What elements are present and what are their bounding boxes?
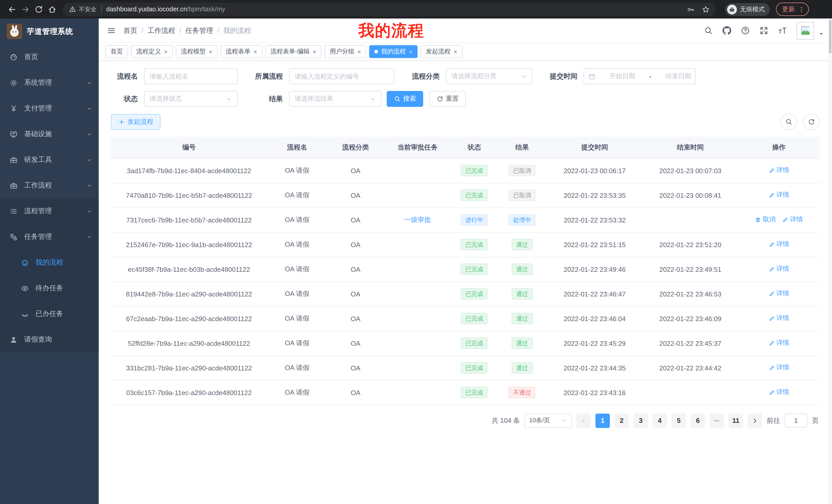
page-size-select[interactable]: 10条/页 — [524, 413, 572, 428]
date-separator: - — [649, 73, 651, 80]
breadcrumb-workflow[interactable]: 工作流程 — [148, 26, 175, 35]
browser-home-button[interactable] — [45, 3, 59, 16]
page-scrollbar[interactable] — [828, 19, 832, 504]
page-button-3[interactable]: 3 — [633, 413, 648, 428]
process-name-input[interactable] — [144, 68, 238, 84]
sidebar-item-system[interactable]: 系统管理 — [0, 70, 99, 95]
create-process-button[interactable]: 发起流程 — [111, 114, 160, 130]
sidebar-item-payment[interactable]: 支付管理 — [0, 95, 99, 121]
result-badge: 通过 — [511, 313, 532, 324]
browser-forward-button[interactable] — [19, 3, 32, 16]
sidebar-item-task-mgmt[interactable]: 任务管理 — [0, 224, 99, 250]
page-button-1[interactable]: 1 — [595, 413, 610, 428]
tab-流程表单[interactable]: 流程表单× — [220, 45, 262, 58]
avatar[interactable] — [797, 22, 814, 39]
sidebar-item-devtools[interactable]: 研发工具 — [0, 147, 99, 173]
cell-name: OA 请假 — [267, 158, 327, 183]
caret-down-icon[interactable] — [818, 31, 824, 36]
page-button-6[interactable]: 6 — [691, 413, 705, 428]
process-category-select[interactable]: 请选择流程分类 — [446, 68, 532, 84]
tab-发起流程[interactable]: 发起流程× — [421, 45, 462, 58]
close-icon[interactable]: × — [209, 49, 212, 55]
cancel-link[interactable]: 取消 — [755, 216, 775, 224]
status-select[interactable]: 请选择状态 — [144, 91, 238, 107]
detail-link[interactable]: 详情 — [782, 216, 803, 224]
status-badge: 已完成 — [461, 387, 488, 398]
current-task-link[interactable]: 一级审批 — [404, 216, 431, 223]
sidebar-item-leave-query[interactable]: 请假查询 — [0, 327, 99, 353]
breadcrumb-separator: / — [141, 27, 144, 34]
sidebar-item-done-task[interactable]: 已办任务 — [0, 301, 99, 327]
refresh-table-button[interactable] — [803, 114, 820, 130]
sidebar-item-workflow[interactable]: 工作流程 — [0, 173, 99, 198]
tab-流程定义[interactable]: 流程定义× — [131, 45, 173, 58]
detail-link[interactable]: 详情 — [769, 265, 789, 274]
detail-link[interactable]: 详情 — [769, 339, 789, 347]
password-key-icon[interactable] — [687, 5, 695, 13]
process-definition-input[interactable] — [289, 68, 394, 84]
page-button-5[interactable]: 5 — [672, 413, 686, 428]
tab-label: 流程定义 — [136, 47, 161, 56]
detail-link[interactable]: 详情 — [769, 289, 789, 298]
tab-首页[interactable]: 首页 — [105, 45, 128, 58]
detail-link[interactable]: 详情 — [769, 166, 789, 175]
detail-link[interactable]: 详情 — [769, 240, 789, 249]
sidebar-item-todo-task[interactable]: 待办任务 — [0, 275, 99, 301]
close-icon[interactable]: × — [453, 49, 457, 55]
browser-reload-button[interactable] — [32, 3, 45, 16]
sidebar-logo-row[interactable]: 芋道管理系统 — [0, 19, 99, 44]
cell-end-time: 2022-01-22 23:44:42 — [643, 356, 738, 380]
breadcrumb-home[interactable]: 首页 — [123, 26, 137, 35]
goto-page-input[interactable] — [785, 414, 807, 427]
tab-流程表单-编辑[interactable]: 流程表单-编辑× — [265, 45, 321, 58]
sidebar-item-my-process[interactable]: 我的流程 — [0, 250, 99, 275]
close-icon[interactable]: × — [357, 49, 361, 55]
next-page-button[interactable] — [748, 413, 762, 428]
detail-link[interactable]: 详情 — [769, 388, 789, 397]
search-button[interactable]: 搜索 — [387, 91, 423, 107]
tab-流程模型[interactable]: 流程模型× — [176, 45, 217, 58]
page-button-2[interactable]: 2 — [615, 413, 629, 428]
github-icon[interactable] — [723, 26, 731, 35]
sidebar-item-process-mgmt[interactable]: 流程管理 — [0, 198, 99, 224]
table-row: 7470a810-7b9b-11ec-b5b7-acde48001122OA 请… — [111, 183, 820, 207]
close-icon[interactable]: × — [409, 49, 412, 55]
font-size-icon[interactable] — [778, 26, 787, 35]
scrollbar-thumb[interactable] — [829, 20, 831, 53]
detail-link[interactable]: 详情 — [769, 363, 789, 372]
sidebar-item-infra[interactable]: 基础设施 — [0, 121, 99, 147]
page-more-button[interactable] — [710, 413, 724, 428]
page-button-11[interactable]: 11 — [729, 413, 743, 428]
detail-link[interactable]: 详情 — [769, 191, 789, 200]
close-icon[interactable]: × — [164, 49, 167, 55]
result-select[interactable]: 请选择流结果 — [289, 91, 382, 107]
sidebar-toggle-icon[interactable] — [107, 26, 116, 35]
search-icon[interactable] — [704, 26, 713, 35]
address-bar[interactable]: 不安全 dashboard.yudao.iocoder.cn/bpm/task/… — [63, 2, 716, 16]
help-icon[interactable] — [741, 26, 750, 35]
close-icon[interactable]: × — [313, 49, 316, 55]
reset-button[interactable]: 重置 — [430, 91, 466, 107]
fullscreen-icon[interactable] — [759, 26, 768, 35]
cell-category: OA — [327, 356, 384, 380]
submit-time-range-picker[interactable]: 开始日期 - 结束日期 — [583, 68, 696, 84]
table-row: 03c6c157-7b9a-11ec-a290-acde48001122OA 请… — [111, 380, 820, 405]
detail-link[interactable]: 详情 — [769, 314, 789, 323]
status-badge: 进行中 — [461, 214, 488, 226]
calendar-icon — [588, 73, 595, 80]
sidebar-item-label: 工作流程 — [24, 181, 52, 190]
cell-end-time: 2022-01-22 23:46:53 — [643, 282, 738, 306]
browser-update-button[interactable]: 更新 — [776, 3, 809, 16]
close-icon[interactable]: × — [254, 49, 257, 55]
tab-我的流程[interactable]: 我的流程× — [369, 45, 418, 58]
toggle-search-button[interactable] — [781, 114, 797, 130]
sidebar-item-home[interactable]: 首页 — [0, 44, 99, 70]
breadcrumb-task-mgmt[interactable]: 任务管理 — [185, 26, 213, 35]
cell-submit-time: 2022-01-22 23:51:15 — [547, 232, 643, 257]
prev-page-button[interactable] — [576, 413, 591, 428]
tab-用户分组[interactable]: 用户分组× — [324, 45, 366, 58]
browser-menu-icon[interactable] — [798, 6, 805, 12]
bookmark-star-icon[interactable] — [702, 5, 710, 13]
page-button-4[interactable]: 4 — [653, 413, 667, 428]
browser-back-button[interactable] — [5, 3, 19, 16]
